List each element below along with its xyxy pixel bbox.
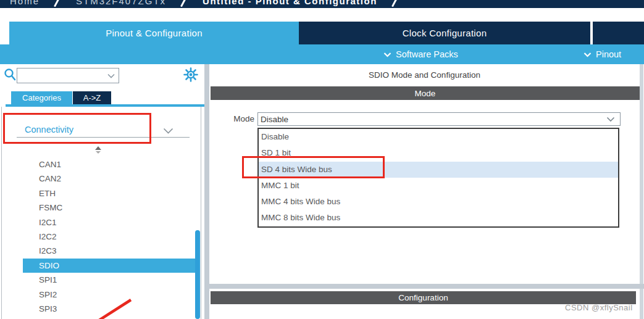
right-scrollbar-track[interactable] — [640, 64, 643, 319]
tab-categories[interactable]: Categories — [11, 91, 72, 104]
configuration-section-label: Configuration — [398, 293, 448, 302]
mode-option-mmc-1-bit[interactable]: MMC 1 bit — [259, 178, 618, 194]
sub-toolbar: Software Packs Pinout — [0, 44, 644, 64]
sidebar-item-can1[interactable]: CAN1 — [23, 157, 198, 172]
chevron-down-icon[interactable] — [606, 117, 615, 122]
chevron-down-icon[interactable] — [107, 73, 115, 78]
mode-select-value: Disable — [258, 115, 606, 124]
configuration-section-bar: Configuration — [211, 291, 636, 304]
mode-option-disable[interactable]: Disable — [259, 129, 618, 145]
chevron-down-icon[interactable] — [163, 126, 174, 137]
tab-next-partial[interactable] — [593, 22, 644, 44]
gear-icon[interactable] — [183, 67, 198, 85]
sidebar-scrollbar-thumb[interactable] — [195, 230, 200, 319]
mode-option-sd-1-bit[interactable]: SD 1 bit — [259, 145, 618, 161]
mode-option-sd-4-bits-wide-bus[interactable]: SD 4 bits Wide bus — [259, 162, 618, 178]
tab-clock-configuration-label: Clock Configuration — [403, 28, 487, 38]
chevron-down-icon — [583, 52, 592, 57]
sidebar-item-spi2[interactable]: SPI2 — [23, 288, 198, 302]
breadcrumb: Home STM32F407ZGTx Untitled - Pinout & C… — [0, 0, 644, 8]
sidebar-item-i2c1[interactable]: I2C1 — [23, 215, 198, 230]
breadcrumb-project[interactable]: Untitled - Pinout & Configuration — [203, 0, 377, 6]
search-combobox[interactable] — [17, 68, 119, 83]
breadcrumb-separator — [391, 0, 399, 7]
breadcrumb-mcu[interactable]: STM32F407ZGTx — [76, 0, 166, 6]
sidebar-item-can2[interactable]: CAN2 — [23, 172, 198, 186]
triangle-down-icon — [96, 151, 101, 154]
tab-a-to-z[interactable]: A->Z — [73, 91, 111, 104]
sidebar-item-i2c2[interactable]: I2C2 — [23, 230, 198, 244]
watermark: CSDN @xflySnail — [565, 303, 633, 312]
sidebar-item-i2c3[interactable]: I2C3 — [23, 244, 198, 258]
mode-section-label: Mode — [415, 89, 436, 98]
search-icon — [4, 68, 16, 84]
sidebar-item-fsmc[interactable]: FSMC — [23, 201, 198, 215]
peripheral-list: CAN1CAN2ETHFSMCI2C1I2C2I2C3SDIOSPI1SPI2S… — [23, 157, 198, 316]
mode-option-mmc-8-bits-wide-bus[interactable]: MMC 8 bits Wide bus — [259, 210, 618, 226]
sidebar-item-sdio[interactable]: SDIO — [23, 259, 198, 273]
mode-configuration-panel: SDIO Mode and Configuration Mode Mode Di… — [209, 64, 640, 319]
pinout-menu-label: Pinout — [596, 49, 621, 59]
search-input[interactable] — [17, 68, 107, 83]
peripherals-sidebar: Categories A->Z Connectivity CAN1CAN2ETH… — [0, 64, 204, 319]
mode-option-mmc-4-bits-wide-bus[interactable]: MMC 4 bits Wide bus — [259, 194, 618, 210]
stm32cubemx-window: Home STM32F407ZGTx Untitled - Pinout & C… — [0, 0, 644, 319]
software-packs-label: Software Packs — [396, 49, 458, 59]
triangle-up-icon — [95, 146, 101, 150]
panel-splitter-vertical[interactable] — [204, 64, 209, 319]
tab-a-to-z-label: A->Z — [83, 93, 101, 102]
mode-field-label: Mode — [230, 112, 254, 126]
tab-categories-label: Categories — [22, 93, 61, 102]
connectivity-underline — [17, 137, 190, 138]
sidebar-item-eth[interactable]: ETH — [23, 186, 198, 201]
sidebar-item-spi1[interactable]: SPI1 — [23, 273, 198, 287]
sidebar-item-spi3[interactable]: SPI3 — [23, 302, 198, 316]
breadcrumb-home[interactable]: Home — [10, 0, 40, 6]
tab-clock-configuration[interactable]: Clock Configuration — [299, 22, 592, 44]
breadcrumb-separator — [54, 0, 62, 7]
tab-pinout-configuration[interactable]: Pinout & Configuration — [9, 22, 299, 44]
panel-splitter-horizontal[interactable] — [204, 284, 644, 289]
chevron-down-icon — [383, 52, 391, 57]
panel-title: SDIO Mode and Configuration — [209, 70, 640, 80]
list-scroll-up-control[interactable] — [94, 146, 101, 154]
pinout-menu[interactable]: Pinout — [583, 44, 621, 64]
mode-section-bar: Mode — [211, 86, 640, 100]
category-connectivity[interactable]: Connectivity — [25, 125, 73, 135]
mode-select[interactable]: Disable — [257, 112, 621, 126]
software-packs-menu[interactable]: Software Packs — [383, 44, 458, 64]
mode-dropdown-list: DisableSD 1 bitSD 4 bits Wide busMMC 1 b… — [257, 128, 619, 228]
breadcrumb-separator — [180, 0, 188, 7]
tab-pinout-configuration-label: Pinout & Configuration — [106, 28, 203, 38]
